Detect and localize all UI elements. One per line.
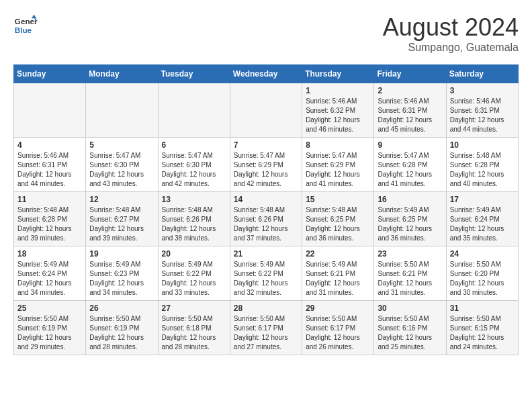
day-info: Sunrise: 5:50 AM Sunset: 6:19 PM Dayligh… <box>17 314 82 352</box>
day-cell: 9Sunrise: 5:47 AM Sunset: 6:28 PM Daylig… <box>374 138 446 192</box>
day-info: Sunrise: 5:49 AM Sunset: 6:23 PM Dayligh… <box>89 260 154 298</box>
day-number: 14 <box>234 195 298 204</box>
day-cell <box>14 83 86 138</box>
day-info: Sunrise: 5:49 AM Sunset: 6:24 PM Dayligh… <box>17 260 82 298</box>
day-info: Sunrise: 5:49 AM Sunset: 6:22 PM Dayligh… <box>162 260 226 298</box>
day-info: Sunrise: 5:46 AM Sunset: 6:31 PM Dayligh… <box>378 97 442 134</box>
day-number: 11 <box>17 195 82 204</box>
day-info: Sunrise: 5:47 AM Sunset: 6:30 PM Dayligh… <box>89 151 154 189</box>
day-number: 7 <box>234 140 298 150</box>
day-number: 21 <box>234 249 298 259</box>
calendar-table: SundayMondayTuesdayWednesdayThursdayFrid… <box>13 64 519 355</box>
svg-text:Blue: Blue <box>15 26 32 34</box>
day-cell: 16Sunrise: 5:49 AM Sunset: 6:25 PM Dayli… <box>374 192 446 246</box>
day-number: 6 <box>162 140 226 150</box>
day-number: 3 <box>450 86 515 95</box>
day-number: 10 <box>450 140 515 150</box>
day-cell: 23Sunrise: 5:50 AM Sunset: 6:21 PM Dayli… <box>374 246 446 301</box>
day-cell: 18Sunrise: 5:49 AM Sunset: 6:24 PM Dayli… <box>14 246 86 301</box>
col-header-friday: Friday <box>374 65 446 83</box>
day-info: Sunrise: 5:50 AM Sunset: 6:17 PM Dayligh… <box>306 314 370 352</box>
logo: General Blue <box>13 13 38 38</box>
day-number: 12 <box>89 195 154 204</box>
day-cell: 14Sunrise: 5:48 AM Sunset: 6:26 PM Dayli… <box>230 192 302 246</box>
day-number: 19 <box>89 249 154 259</box>
week-row-4: 18Sunrise: 5:49 AM Sunset: 6:24 PM Dayli… <box>14 246 519 301</box>
day-cell: 24Sunrise: 5:50 AM Sunset: 6:20 PM Dayli… <box>446 246 518 301</box>
day-number: 30 <box>378 304 442 313</box>
day-cell: 11Sunrise: 5:48 AM Sunset: 6:28 PM Dayli… <box>14 192 86 246</box>
day-number: 23 <box>378 249 442 259</box>
day-info: Sunrise: 5:49 AM Sunset: 6:21 PM Dayligh… <box>306 260 370 298</box>
day-number: 17 <box>450 195 515 204</box>
day-info: Sunrise: 5:47 AM Sunset: 6:28 PM Dayligh… <box>378 151 442 189</box>
day-headers-row: SundayMondayTuesdayWednesdayThursdayFrid… <box>14 65 519 83</box>
day-number: 16 <box>378 195 442 204</box>
day-cell: 12Sunrise: 5:48 AM Sunset: 6:27 PM Dayli… <box>86 192 158 246</box>
day-number: 20 <box>162 249 226 259</box>
day-info: Sunrise: 5:47 AM Sunset: 6:29 PM Dayligh… <box>306 151 370 189</box>
day-number: 8 <box>306 140 370 150</box>
day-info: Sunrise: 5:49 AM Sunset: 6:22 PM Dayligh… <box>234 260 298 298</box>
day-number: 2 <box>378 86 442 95</box>
day-info: Sunrise: 5:50 AM Sunset: 6:21 PM Dayligh… <box>378 260 442 298</box>
day-cell: 7Sunrise: 5:47 AM Sunset: 6:29 PM Daylig… <box>230 138 302 192</box>
day-info: Sunrise: 5:47 AM Sunset: 6:29 PM Dayligh… <box>234 151 298 189</box>
day-number: 15 <box>306 195 370 204</box>
day-info: Sunrise: 5:49 AM Sunset: 6:25 PM Dayligh… <box>378 205 442 243</box>
col-header-sunday: Sunday <box>14 65 86 83</box>
day-info: Sunrise: 5:48 AM Sunset: 6:26 PM Dayligh… <box>162 205 226 243</box>
day-cell <box>230 83 302 138</box>
day-number: 4 <box>17 140 82 150</box>
day-number: 5 <box>89 140 154 150</box>
day-number: 13 <box>162 195 226 204</box>
day-info: Sunrise: 5:46 AM Sunset: 6:31 PM Dayligh… <box>450 97 515 134</box>
day-info: Sunrise: 5:47 AM Sunset: 6:30 PM Dayligh… <box>162 151 226 189</box>
day-cell: 1Sunrise: 5:46 AM Sunset: 6:32 PM Daylig… <box>302 83 374 138</box>
day-cell: 20Sunrise: 5:49 AM Sunset: 6:22 PM Dayli… <box>158 246 230 301</box>
week-row-1: 1Sunrise: 5:46 AM Sunset: 6:32 PM Daylig… <box>14 83 519 138</box>
day-cell: 28Sunrise: 5:50 AM Sunset: 6:17 PM Dayli… <box>230 301 302 355</box>
day-number: 25 <box>17 304 82 313</box>
title-block: August 2024 Sumpango, Guatemala <box>383 13 519 54</box>
day-cell: 6Sunrise: 5:47 AM Sunset: 6:30 PM Daylig… <box>158 138 230 192</box>
day-info: Sunrise: 5:48 AM Sunset: 6:26 PM Dayligh… <box>234 205 298 243</box>
day-cell: 31Sunrise: 5:50 AM Sunset: 6:15 PM Dayli… <box>446 301 518 355</box>
calendar-body: 1Sunrise: 5:46 AM Sunset: 6:32 PM Daylig… <box>14 83 519 355</box>
day-cell: 21Sunrise: 5:49 AM Sunset: 6:22 PM Dayli… <box>230 246 302 301</box>
day-number: 18 <box>17 249 82 259</box>
col-header-saturday: Saturday <box>446 65 518 83</box>
day-number: 1 <box>306 86 370 95</box>
day-number: 29 <box>306 304 370 313</box>
day-cell: 25Sunrise: 5:50 AM Sunset: 6:19 PM Dayli… <box>14 301 86 355</box>
day-cell: 2Sunrise: 5:46 AM Sunset: 6:31 PM Daylig… <box>374 83 446 138</box>
day-info: Sunrise: 5:48 AM Sunset: 6:28 PM Dayligh… <box>17 205 82 243</box>
day-number: 26 <box>89 304 154 313</box>
day-cell: 17Sunrise: 5:49 AM Sunset: 6:24 PM Dayli… <box>446 192 518 246</box>
day-number: 24 <box>450 249 515 259</box>
day-info: Sunrise: 5:50 AM Sunset: 6:18 PM Dayligh… <box>162 314 226 352</box>
day-info: Sunrise: 5:50 AM Sunset: 6:20 PM Dayligh… <box>450 260 515 298</box>
day-cell: 4Sunrise: 5:46 AM Sunset: 6:31 PM Daylig… <box>14 138 86 192</box>
day-number: 22 <box>306 249 370 259</box>
day-info: Sunrise: 5:50 AM Sunset: 6:16 PM Dayligh… <box>378 314 442 352</box>
week-row-3: 11Sunrise: 5:48 AM Sunset: 6:28 PM Dayli… <box>14 192 519 246</box>
col-header-thursday: Thursday <box>302 65 374 83</box>
day-info: Sunrise: 5:50 AM Sunset: 6:19 PM Dayligh… <box>89 314 154 352</box>
day-info: Sunrise: 5:48 AM Sunset: 6:28 PM Dayligh… <box>450 151 515 189</box>
week-row-5: 25Sunrise: 5:50 AM Sunset: 6:19 PM Dayli… <box>14 301 519 355</box>
day-cell: 8Sunrise: 5:47 AM Sunset: 6:29 PM Daylig… <box>302 138 374 192</box>
day-number: 27 <box>162 304 226 313</box>
day-info: Sunrise: 5:48 AM Sunset: 6:27 PM Dayligh… <box>89 205 154 243</box>
col-header-monday: Monday <box>86 65 158 83</box>
day-cell <box>86 83 158 138</box>
day-number: 9 <box>378 140 442 150</box>
location: Sumpango, Guatemala <box>383 42 519 54</box>
day-number: 31 <box>450 304 515 313</box>
day-cell: 26Sunrise: 5:50 AM Sunset: 6:19 PM Dayli… <box>86 301 158 355</box>
day-info: Sunrise: 5:50 AM Sunset: 6:17 PM Dayligh… <box>234 314 298 352</box>
day-info: Sunrise: 5:48 AM Sunset: 6:25 PM Dayligh… <box>306 205 370 243</box>
day-cell: 30Sunrise: 5:50 AM Sunset: 6:16 PM Dayli… <box>374 301 446 355</box>
day-info: Sunrise: 5:46 AM Sunset: 6:32 PM Dayligh… <box>306 97 370 134</box>
day-cell: 19Sunrise: 5:49 AM Sunset: 6:23 PM Dayli… <box>86 246 158 301</box>
